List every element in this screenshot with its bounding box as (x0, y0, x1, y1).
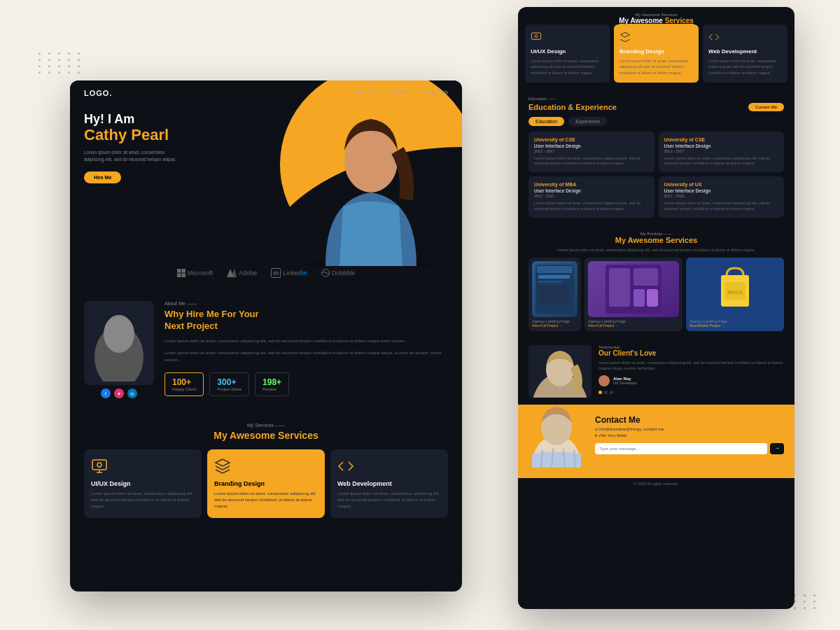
dribbble-icon (321, 269, 330, 277)
svg-rect-20 (609, 268, 630, 307)
services-section: My Services —— My Awesome Services UI/UX… (70, 412, 462, 528)
right-branding-name: Branding Design (620, 48, 693, 55)
education-section: Education —— Education & Experience Cont… (518, 90, 794, 225)
portfolio-desc: Lorem ipsum dolor sit amet, consectetur … (528, 248, 784, 252)
about-section: f ♥ in About Me —— Why Hire Me For Your … (70, 287, 462, 412)
svg-rect-5 (181, 274, 186, 278)
nav-link-home[interactable]: Home (331, 89, 346, 97)
hero-cta-button[interactable]: Hire Me (84, 172, 121, 183)
right-card-uiux: UI/UX Design Lorem ipsum dolor sit amet,… (525, 24, 610, 83)
brand-label: Microsoft (188, 270, 214, 276)
hero-content: Hy! I Am Cathy Pearl Lorem ipsum dolor s… (84, 112, 182, 183)
stats-row: 100+ Happy Client 300+ Project Done 198+… (164, 372, 448, 396)
edu-label: Education —— (528, 97, 784, 101)
brands-row: Microsoft Adobe in Linkedin Dribbbl (70, 262, 462, 284)
testimonial-section: Testimonial Our Client's Love Lorem ipsu… (518, 338, 794, 405)
svg-rect-16 (538, 275, 570, 279)
stat-label-clients: Happy Client (172, 387, 196, 391)
stat-number-clients: 100+ (172, 377, 196, 387)
contact-phone: ♦ +file Your fields (595, 433, 784, 438)
facebook-icon[interactable]: f (101, 388, 111, 398)
service-card-branding: Branding Design Lorem ipsum dolor sit am… (207, 449, 325, 518)
hero-name: Cathy Pearl (84, 127, 182, 144)
portfolio-grid: Agency Landing Page View Full Project → … (528, 258, 784, 331)
stat-number-projects: 300+ (217, 377, 241, 387)
dot-3[interactable] (610, 391, 613, 394)
edu-card-1-university: University of CSE (534, 137, 649, 142)
uiux-icon (91, 458, 108, 475)
dot-pattern-top-left (38, 52, 83, 74)
author-avatar (598, 375, 610, 386)
service-name-branding: Branding Design (214, 480, 318, 487)
testimonial-author: Alan Ray UX Developer (598, 375, 784, 386)
right-webdev-icon (708, 31, 782, 46)
portfolio-link-0[interactable]: View Full Project → (532, 323, 578, 328)
service-card-uiux: UI/UX Design Lorem ipsum dolor sit amet,… (84, 449, 202, 518)
contact-send-button[interactable]: → (770, 443, 784, 454)
right-uiux-name: UI/UX Design (531, 48, 604, 55)
svg-point-13 (535, 35, 538, 38)
service-name-webdev: Web Development (337, 480, 441, 487)
svg-rect-22 (634, 289, 645, 307)
instagram-icon[interactable]: ♥ (114, 388, 124, 398)
contact-message-input[interactable] (595, 443, 767, 454)
testimonial-title-plain: Our Client's (598, 349, 638, 357)
svg-rect-23 (647, 289, 658, 307)
portfolio-img-2: MOCK (690, 261, 780, 317)
dot-2[interactable] (604, 391, 608, 394)
services-title-plain: My Awesome (214, 430, 275, 441)
service-card-webdev: Web Development Lorem ipsum dolor sit am… (330, 449, 448, 518)
dot-1[interactable] (598, 391, 602, 394)
footer-text: © 2018 All rights reserved. (634, 482, 679, 486)
right-webdev-name: Web Development (708, 48, 782, 55)
contact-input-row: → (595, 443, 784, 454)
nav-link-contact[interactable]: Contact Us (420, 89, 448, 97)
service-desc-webdev: Lorem ipsum dolor sit amet, consectetur … (337, 491, 441, 510)
edu-contact-button[interactable]: Contact Me (748, 103, 784, 111)
testimonial-title: Our Client's Love (598, 349, 784, 357)
linkedin-social-icon[interactable]: in (127, 388, 137, 398)
right-service-cards: UI/UX Design Lorem ipsum dolor sit amet,… (518, 24, 794, 90)
portfolio-mockup-2: MOCK (707, 261, 763, 317)
edu-card-4: University of UX User Interface Design 2… (659, 176, 785, 217)
edu-tab-education[interactable]: Education (528, 117, 564, 126)
right-card-branding: Branding Design Lorem ipsum dolor sit am… (614, 24, 699, 83)
about-title-line1: Why Hire Me For Your (164, 309, 259, 319)
portfolio-section: My Portfolio —— My Awesome Services Lore… (518, 225, 794, 338)
about-person-svg (88, 304, 150, 382)
contact-content: Contact Me e.Info@domaine@thingy, contac… (595, 415, 784, 468)
edu-card-1-desc: Lorem ipsum dolor sit amet, consectetur … (534, 156, 649, 167)
portfolio-mockup-0 (536, 265, 574, 314)
portfolio-title-plain: My Awesome (615, 236, 664, 244)
brand-dribbble: Dribbble (321, 269, 356, 277)
webdev-icon (337, 458, 354, 475)
testimonial-dots (598, 391, 784, 394)
edu-card-3-university: University of MBA (534, 182, 649, 187)
brand-linkedin: in Linkedin (271, 268, 307, 278)
edu-title-yellow: Experience (575, 103, 617, 111)
portfolio-link-2[interactable]: ReactNative Project → (690, 323, 780, 328)
edu-title-plain: Education & (528, 103, 573, 111)
edu-card-4-date: 2017 - 2021 (664, 194, 779, 198)
nav-link-about[interactable]: About Us (356, 89, 379, 97)
brand-label: Adobe (239, 270, 257, 276)
stat-projects: 300+ Project Done (209, 372, 249, 396)
contact-section: Contact Me e.Info@domaine@thingy, contac… (518, 405, 794, 478)
edu-tab-experience[interactable]: Experience (568, 117, 607, 126)
edu-card-2-university: University of CSE (664, 137, 779, 142)
stat-number-reviews: 198+ (262, 377, 281, 387)
service-name-uiux: UI/UX Design (91, 480, 195, 487)
hero-person-svg (304, 88, 438, 266)
edu-card-1-date: 2012 - 2017 (534, 149, 649, 153)
portfolio-link-1[interactable]: View Full Project → (588, 323, 679, 328)
contact-title: Contact Me (595, 415, 784, 425)
nav-link-services[interactable]: Services (389, 89, 411, 97)
testimonial-text: Lorem ipsum dolor sit amet, consectetur … (598, 360, 784, 372)
edu-card-4-university: University of UX (664, 182, 779, 187)
navbar: LOGO. Home About Us Services Contact Us (70, 80, 462, 105)
service-cards: UI/UX Design Lorem ipsum dolor sit amet,… (84, 449, 448, 518)
testimonial-title-yellow: Love (640, 349, 656, 357)
portfolio-item-2: MOCK Agency Landing Page ReactNative Pro… (686, 258, 784, 331)
testimonial-person-svg (528, 345, 592, 398)
about-text-1: Lorem ipsum dolor sit amet, consectetur … (164, 338, 448, 345)
